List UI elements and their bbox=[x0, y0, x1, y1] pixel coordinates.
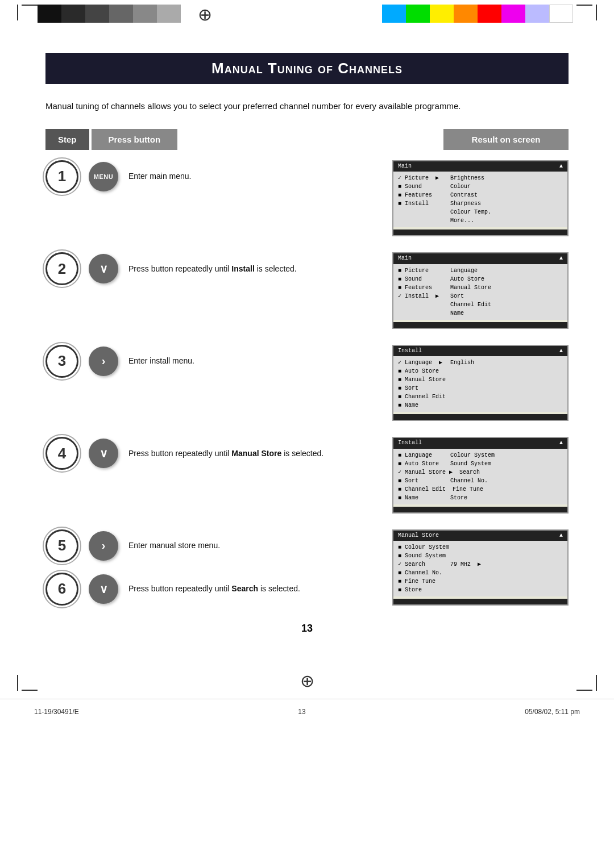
menu-button: MENU bbox=[89, 162, 118, 191]
page-number: 13 bbox=[45, 623, 569, 635]
step-1-left: 1 MENU Enter main menu. bbox=[45, 160, 381, 193]
gradient-blocks-left bbox=[38, 5, 181, 24]
step-6-description: Press button repeatedly until Search is … bbox=[128, 582, 300, 595]
top-marks: ⊕ bbox=[0, 0, 614, 29]
step-1-description: Enter main menu. bbox=[128, 170, 381, 182]
tv-screen-1-footer bbox=[393, 229, 567, 235]
step-5-combined: 5 › Enter manual store menu. bbox=[45, 529, 220, 562]
step-4-description: Press button repeatedly until Manual Sto… bbox=[128, 447, 381, 460]
step-6-combined: 6 ∨ Press button repeatedly until Search… bbox=[45, 573, 300, 606]
tv-screen-2-header: Main▲ bbox=[393, 253, 567, 264]
steps-header: Step Press button Result on screen bbox=[45, 129, 569, 150]
tv-screen-1-header: Main▲ bbox=[393, 161, 567, 172]
header-result: Result on screen bbox=[443, 129, 569, 150]
page-title: Manual Tuning of Channels bbox=[45, 53, 569, 84]
step-3-screen: Install▲ ✓ Language ▶English ■ Auto Stor… bbox=[392, 345, 569, 422]
step-row-2: 2 ∨ Press button repeatedly until Instal… bbox=[45, 252, 569, 329]
tv-screen-4: Install▲ ■ LanguageColour System ■ Auto … bbox=[392, 437, 569, 514]
tv-screen-1: Main▲ ✓ Picture ▶Brightness ■ SoundColou… bbox=[392, 160, 569, 237]
step-56-left: 5 › Enter manual store menu. 6 ∨ Press b… bbox=[45, 529, 381, 606]
tv-screen-3-body: ✓ Language ▶English ■ Auto Store ■ Manua… bbox=[393, 356, 567, 412]
bottom-marks: ⊕ bbox=[0, 669, 614, 693]
footer-center: 13 bbox=[298, 708, 305, 716]
tv-screen-1-body: ✓ Picture ▶Brightness ■ SoundColour ■ Fe… bbox=[393, 172, 567, 227]
tv-screen-4-body: ■ LanguageColour System ■ Auto StoreSoun… bbox=[393, 449, 567, 504]
tv-screen-3-footer bbox=[393, 414, 567, 420]
tv-screen-56-header: Manual Store▲ bbox=[393, 531, 567, 541]
crop-mark-tr-v bbox=[596, 5, 597, 20]
step-3-left: 3 › Enter install menu. bbox=[45, 345, 381, 378]
step-4-screen: Install▲ ■ LanguageColour System ■ Auto … bbox=[392, 437, 569, 514]
down-button-2: ∨ bbox=[89, 254, 118, 283]
step-number-5: 5 bbox=[45, 529, 78, 562]
step-2-left: 2 ∨ Press button repeatedly until Instal… bbox=[45, 252, 381, 285]
step-row-3: 3 › Enter install menu. Install▲ ✓ Langu… bbox=[45, 345, 569, 422]
page-footer: 11-19/30491/E 13 05/08/02, 5:11 pm bbox=[0, 699, 614, 724]
crop-mark-tl-v bbox=[17, 5, 18, 20]
step-3-description: Enter install menu. bbox=[128, 354, 381, 367]
footer-left: 11-19/30491/E bbox=[34, 708, 79, 716]
tv-screen-56: Manual Store▲ ■ Colour System ■ Sound Sy… bbox=[392, 529, 569, 606]
header-press: Press button bbox=[92, 129, 178, 150]
step-number-3: 3 bbox=[45, 345, 78, 378]
header-step: Step bbox=[45, 129, 89, 150]
tv-screen-2-body: ■ PictureLanguage ■ SoundAuto Store ■ Fe… bbox=[393, 264, 567, 320]
step-56-screen: Manual Store▲ ■ Colour System ■ Sound Sy… bbox=[392, 529, 569, 606]
tv-screen-56-footer bbox=[393, 599, 567, 604]
steps-area: 1 MENU Enter main menu. Main▲ ✓ Picture … bbox=[45, 160, 569, 606]
tv-screen-4-footer bbox=[393, 507, 567, 512]
page-description: Manual tuning of channels allows you to … bbox=[45, 100, 569, 113]
step-1-screen: Main▲ ✓ Picture ▶Brightness ■ SoundColou… bbox=[392, 160, 569, 237]
step-number-2: 2 bbox=[45, 252, 78, 285]
step-number-6: 6 bbox=[45, 573, 78, 606]
crosshair-center: ⊕ bbox=[181, 5, 229, 24]
down-button-6: ∨ bbox=[89, 574, 118, 604]
step-2-description: Press button repeatedly until Install is… bbox=[128, 262, 381, 275]
right-button-3: › bbox=[89, 347, 118, 376]
step-number-1: 1 bbox=[45, 160, 78, 193]
down-button-4: ∨ bbox=[89, 439, 118, 468]
step-row-1: 1 MENU Enter main menu. Main▲ ✓ Picture … bbox=[45, 160, 569, 237]
step-number-4: 4 bbox=[45, 437, 78, 470]
crop-mark-tr-h bbox=[576, 5, 592, 6]
step-4-left: 4 ∨ Press button repeatedly until Manual… bbox=[45, 437, 381, 470]
crosshair-bottom: ⊕ bbox=[300, 671, 314, 691]
step-row-56: 5 › Enter manual store menu. 6 ∨ Press b… bbox=[45, 529, 569, 606]
tv-screen-2: Main▲ ■ PictureLanguage ■ SoundAuto Stor… bbox=[392, 252, 569, 329]
page-content: Manual Tuning of Channels Manual tuning … bbox=[0, 36, 614, 669]
tv-screen-2-footer bbox=[393, 322, 567, 328]
tv-screen-4-header: Install▲ bbox=[393, 438, 567, 449]
right-button-5: › bbox=[89, 531, 118, 561]
footer-right: 05/08/02, 5:11 pm bbox=[525, 708, 580, 716]
tv-screen-3: Install▲ ✓ Language ▶English ■ Auto Stor… bbox=[392, 345, 569, 422]
color-blocks-right bbox=[382, 5, 573, 24]
tv-screen-3-header: Install▲ bbox=[393, 346, 567, 357]
step-2-screen: Main▲ ■ PictureLanguage ■ SoundAuto Stor… bbox=[392, 252, 569, 329]
step-row-4: 4 ∨ Press button repeatedly until Manual… bbox=[45, 437, 569, 514]
step-5-description: Enter manual store menu. bbox=[128, 539, 220, 552]
tv-screen-56-body: ■ Colour System ■ Sound System ✓ Search7… bbox=[393, 541, 567, 596]
crop-mark-tl-h bbox=[22, 5, 38, 6]
